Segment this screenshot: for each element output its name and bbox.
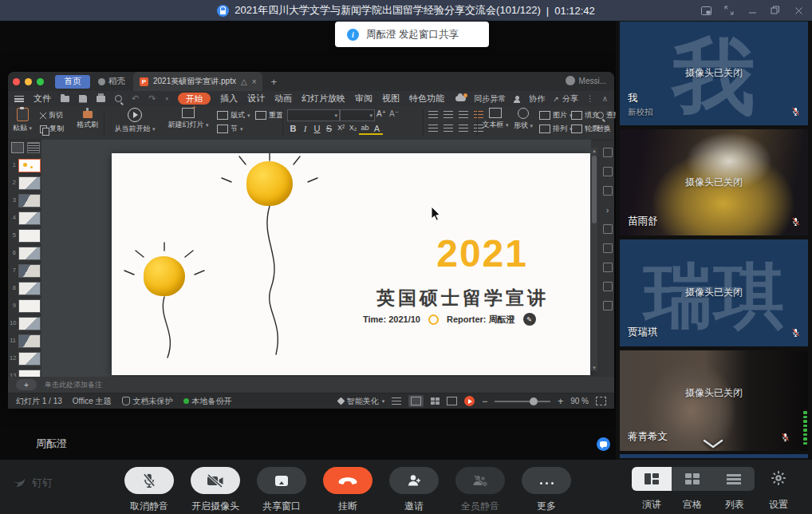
- bullets-icon[interactable]: [428, 111, 438, 118]
- menu-special[interactable]: 特色功能: [409, 93, 444, 105]
- minimize-icon[interactable]: [743, 2, 761, 18]
- scrollbar-thumb[interactable]: [592, 156, 597, 223]
- slide-thumbnail[interactable]: 5: [10, 228, 41, 244]
- menu-animation[interactable]: 动画: [274, 93, 292, 105]
- collab-button[interactable]: 协作: [514, 93, 545, 105]
- mode-grid-button[interactable]: [672, 467, 713, 491]
- fit-window-icon[interactable]: [596, 397, 606, 405]
- outline-button[interactable]: 轮廓: [571, 124, 599, 134]
- sorter-view-icon[interactable]: [431, 397, 440, 405]
- undo-icon[interactable]: ↶: [132, 93, 139, 104]
- doc-protect[interactable]: 文档未保护: [122, 396, 173, 407]
- add-slide-button[interactable]: +: [16, 379, 37, 390]
- expand-pane-icon[interactable]: ›: [606, 205, 609, 215]
- chat-button[interactable]: [597, 437, 610, 451]
- tab-docer[interactable]: 稻壳: [98, 76, 125, 87]
- properties-icon[interactable]: [603, 148, 613, 157]
- section-button[interactable]: 节 ▾: [217, 124, 243, 134]
- open-icon[interactable]: [61, 96, 69, 102]
- tab-document[interactable]: P 2021英硕留学宣讲.pptx △ ×: [133, 72, 262, 91]
- superscript-button[interactable]: X²: [335, 124, 347, 135]
- bold-button[interactable]: B: [287, 124, 299, 135]
- mini-window-icon[interactable]: [697, 2, 715, 18]
- print-icon[interactable]: [97, 96, 105, 102]
- numbering-icon[interactable]: [443, 111, 453, 118]
- thumbnail-view-toggle[interactable]: [11, 142, 24, 153]
- animation-pane-icon[interactable]: [603, 167, 613, 176]
- invite-button[interactable]: [389, 467, 439, 494]
- mode-list-button[interactable]: [713, 467, 755, 491]
- settings-button[interactable]: [771, 470, 786, 489]
- font-size-select[interactable]: ▾: [340, 109, 375, 121]
- slide-thumbnail[interactable]: 9: [10, 299, 41, 314]
- chart-pane-icon[interactable]: [603, 282, 613, 291]
- align-center-icon[interactable]: [443, 125, 453, 132]
- tab-close-icon[interactable]: ×: [252, 77, 257, 86]
- notes-toggle-icon[interactable]: [392, 397, 401, 405]
- slide-thumbnail[interactable]: 3: [10, 193, 41, 209]
- slideshow-play-icon[interactable]: [464, 396, 475, 406]
- participant-tile[interactable]: 瑞琪 摄像头已关闭 贾瑞琪: [620, 239, 808, 346]
- sync-status[interactable]: 同步异常: [455, 93, 507, 105]
- zoom-slider[interactable]: [495, 401, 550, 402]
- italic-button[interactable]: I: [299, 124, 311, 135]
- hangup-button[interactable]: [323, 467, 372, 494]
- slide-thumbnail[interactable]: 8: [10, 281, 41, 297]
- font-family-select[interactable]: ▾: [287, 109, 340, 121]
- scroll-down-icon[interactable]: ▼: [591, 366, 597, 370]
- backup-status[interactable]: 本地备份开: [183, 396, 232, 407]
- font-increase-button[interactable]: A⁺: [376, 109, 386, 118]
- mode-speaker-button[interactable]: [632, 467, 672, 491]
- indent-decrease-icon[interactable]: [459, 111, 468, 118]
- slide-thumbnail[interactable]: 12: [10, 351, 41, 367]
- slide-thumbnail[interactable]: 2: [10, 176, 41, 192]
- save-icon[interactable]: [79, 95, 87, 103]
- new-tab-button[interactable]: +: [270, 76, 277, 88]
- menu-review[interactable]: 审阅: [355, 93, 372, 105]
- restore-icon[interactable]: [767, 2, 784, 18]
- replace-button[interactable]: 替换: [597, 124, 611, 134]
- selection-pane-icon[interactable]: [603, 243, 613, 253]
- slide-thumbnail[interactable]: 11: [10, 334, 41, 350]
- camera-button[interactable]: [191, 467, 240, 494]
- minimize-traffic-light[interactable]: [25, 78, 32, 85]
- slide-thumbnail[interactable]: 10: [10, 316, 41, 332]
- media-pane-icon[interactable]: [603, 263, 613, 272]
- close-traffic-light[interactable]: [13, 78, 20, 85]
- fullscreen-icon[interactable]: [720, 2, 738, 18]
- outline-view-toggle[interactable]: [27, 142, 40, 153]
- share-button[interactable]: ↗分享: [553, 93, 578, 105]
- font-color-button[interactable]: A: [371, 124, 383, 135]
- menu-insert[interactable]: 插入: [220, 93, 238, 105]
- normal-view-button[interactable]: [408, 395, 424, 407]
- subscript-button[interactable]: X₂: [347, 124, 359, 135]
- unmute-button[interactable]: [124, 467, 174, 494]
- shape-button[interactable]: 形状 ▾: [512, 108, 534, 131]
- redo-icon[interactable]: ↷: [148, 93, 156, 104]
- align-left-icon[interactable]: [428, 125, 438, 132]
- slide-thumbnail[interactable]: 13: [10, 369, 41, 377]
- menu-start[interactable]: 开始: [178, 93, 211, 105]
- read-view-icon[interactable]: [447, 397, 457, 405]
- tab-home[interactable]: 首页: [55, 75, 90, 89]
- menu-design[interactable]: 设计: [247, 93, 265, 105]
- menu-caret-icon[interactable]: ▾: [165, 96, 168, 102]
- scroll-participants-icon[interactable]: [700, 439, 726, 449]
- zoom-out-icon[interactable]: −: [482, 396, 487, 407]
- slide-thumbnail[interactable]: 4: [10, 211, 41, 227]
- more-button[interactable]: [522, 467, 571, 494]
- cut-button[interactable]: 剪切: [40, 110, 63, 121]
- participant-tile[interactable]: 摄像头已关闭 苗雨舒: [620, 129, 808, 235]
- format-painter-button[interactable]: 格式刷: [77, 108, 98, 130]
- slide[interactable]: 2021 英国硕士留学宣讲 Time: 2021/10 Reporter: 周酝…: [112, 153, 590, 375]
- canvas-scrollbar[interactable]: ▲ ▼: [591, 148, 597, 371]
- slide-thumbnail[interactable]: 7: [10, 263, 41, 279]
- scroll-up-icon[interactable]: ▲: [591, 148, 597, 153]
- picture-button[interactable]: 图片 ▾: [539, 110, 573, 121]
- collapse-ribbon-icon[interactable]: ∧: [602, 94, 608, 103]
- zoom-slider-thumb[interactable]: [530, 397, 538, 405]
- theme-name[interactable]: Office 主题: [73, 396, 112, 407]
- maximize-traffic-light[interactable]: [37, 78, 44, 85]
- slide-thumbnail[interactable]: 6: [10, 246, 41, 262]
- fill-button[interactable]: 填充: [571, 110, 599, 121]
